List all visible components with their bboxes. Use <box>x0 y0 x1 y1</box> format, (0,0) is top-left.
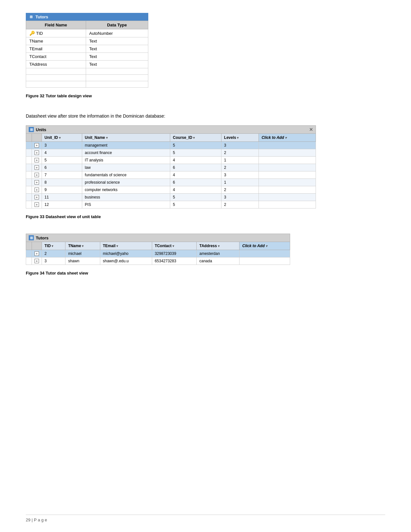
table-row: + 9 computer networks 4 2 <box>26 186 316 194</box>
expand-header <box>32 134 42 142</box>
click-to-add-cell <box>259 171 316 179</box>
taddress-dropdown-icon[interactable]: ▾ <box>218 244 220 248</box>
table-row: TContact Text <box>26 53 148 61</box>
col-tid[interactable]: TID ▾ <box>42 242 65 250</box>
key-icon: 🔑 <box>29 31 35 36</box>
unit-id-dropdown-icon[interactable]: ▾ <box>59 136 61 140</box>
table-row: + 2 michael michael@yaho 3298723039 ames… <box>26 250 290 257</box>
empty-cell <box>26 68 86 75</box>
row-selector-cell <box>26 250 32 257</box>
expand-button[interactable]: + <box>34 150 39 155</box>
col-levels[interactable]: Levels ▾ <box>221 134 259 142</box>
expand-button[interactable]: + <box>34 195 39 199</box>
col-unit-id[interactable]: Unit_ID ▾ <box>42 134 82 142</box>
tutors-table-title: Tutors <box>36 236 48 240</box>
table-row: + 4 account finance 5 2 <box>26 149 316 157</box>
levels-cell: 2 <box>221 164 259 171</box>
table-row: TAddress Text <box>26 61 148 68</box>
levels-cell: 2 <box>221 201 259 208</box>
expand-button[interactable]: + <box>34 158 39 162</box>
expand-button[interactable]: + <box>34 259 39 263</box>
unit-name-cell: PIS <box>82 201 170 208</box>
table-row-empty <box>26 75 148 81</box>
unit-name-cell: account finance <box>82 149 170 157</box>
expand-cell[interactable]: + <box>32 164 42 171</box>
expand-button[interactable]: + <box>34 180 39 185</box>
expand-button[interactable]: + <box>34 143 39 148</box>
course-id-cell: 4 <box>170 157 221 164</box>
course-id-cell: 4 <box>170 186 221 194</box>
table-row: 🔑 TID AutoNumber <box>26 29 148 37</box>
data-type-cell: Text <box>86 37 148 45</box>
click-to-add-cell <box>259 149 316 157</box>
expand-cell[interactable]: + <box>32 201 42 208</box>
col-click-to-add-tutors[interactable]: Click to Add ▾ <box>240 242 290 250</box>
col-unit-name[interactable]: Unit_Name ▾ <box>82 134 170 142</box>
col-tcontact[interactable]: TContact ▾ <box>152 242 197 250</box>
tcontact-dropdown-icon[interactable]: ▾ <box>172 244 174 248</box>
field-name-cell: TEmail <box>26 45 86 53</box>
unit-name-dropdown-icon[interactable]: ▾ <box>106 136 108 140</box>
click-to-add-cell <box>259 186 316 194</box>
levels-dropdown-icon[interactable]: ▾ <box>237 136 239 140</box>
units-table-title: Units <box>36 127 46 132</box>
temail-dropdown-icon[interactable]: ▾ <box>116 244 118 248</box>
data-type-cell: Text <box>86 61 148 68</box>
click-to-add-cell <box>259 142 316 149</box>
field-name-cell: TName <box>26 37 86 45</box>
col-taddress[interactable]: TAddress ▾ <box>197 242 240 250</box>
expand-cell[interactable]: + <box>32 250 42 257</box>
click-to-add-cell <box>259 201 316 208</box>
tutors-datasheet-table: TID ▾ TName ▾ TEmail ▾ <box>26 242 290 265</box>
expand-button[interactable]: + <box>34 251 39 256</box>
course-id-cell: 5 <box>170 194 221 201</box>
row-selector-cell <box>26 201 32 208</box>
table-row: + 5 IT analysis 4 1 <box>26 157 316 164</box>
expand-button[interactable]: + <box>34 173 39 177</box>
col-tname[interactable]: TName ▾ <box>65 242 100 250</box>
units-table-titlebar: ⊞ Units ✕ <box>26 125 316 133</box>
levels-cell: 3 <box>221 142 259 149</box>
expand-cell[interactable]: + <box>32 179 42 186</box>
expand-button[interactable]: + <box>34 188 39 192</box>
table-row: + 3 shawn shawn@.edu.u 6534273283 canada <box>26 257 290 265</box>
col-click-to-add[interactable]: Click to Add ▾ <box>259 134 316 142</box>
design-table-titlebar: ⊞ Tutors <box>26 13 148 21</box>
click-to-add-tutors-dropdown-icon[interactable]: ▾ <box>266 244 267 248</box>
course-id-cell: 6 <box>170 179 221 186</box>
row-selector-cell <box>26 194 32 201</box>
expand-cell[interactable]: + <box>32 194 42 201</box>
table-row: + 3 management 5 3 <box>26 142 316 149</box>
close-button[interactable]: ✕ <box>309 127 313 132</box>
expand-button[interactable]: + <box>34 165 39 170</box>
levels-cell: 3 <box>221 171 259 179</box>
taddress-cell: amesterdan <box>197 250 240 257</box>
unit-name-cell: business <box>82 194 170 201</box>
col-temail[interactable]: TEmail ▾ <box>100 242 152 250</box>
expand-cell[interactable]: + <box>32 186 42 194</box>
click-to-add-dropdown-icon[interactable]: ▾ <box>285 136 287 140</box>
course-id-cell: 6 <box>170 164 221 171</box>
table-row: + 7 fundamentals of science 4 3 <box>26 171 316 179</box>
col-header-fieldname: Field Name <box>26 21 86 29</box>
temail-cell: shawn@.edu.u <box>100 257 152 265</box>
expand-cell[interactable]: + <box>32 142 42 149</box>
expand-cell[interactable]: + <box>32 257 42 265</box>
expand-button[interactable]: + <box>34 202 39 207</box>
unit-name-cell: professional science <box>82 179 170 186</box>
expand-cell[interactable]: + <box>32 171 42 179</box>
table-row: TName Text <box>26 37 148 45</box>
col-course-id[interactable]: Course_ID ▾ <box>170 134 221 142</box>
course-id-cell: 5 <box>170 142 221 149</box>
tname-dropdown-icon[interactable]: ▾ <box>82 244 83 248</box>
temail-cell: michael@yaho <box>100 250 152 257</box>
unit-id-cell: 8 <box>42 179 82 186</box>
tid-dropdown-icon[interactable]: ▾ <box>52 244 53 248</box>
course-id-dropdown-icon[interactable]: ▾ <box>193 136 195 140</box>
table-row-empty <box>26 81 148 88</box>
empty-cell <box>86 68 148 75</box>
expand-cell[interactable]: + <box>32 149 42 157</box>
expand-cell[interactable]: + <box>32 157 42 164</box>
click-to-add-cell <box>259 164 316 171</box>
unit-id-cell: 5 <box>42 157 82 164</box>
